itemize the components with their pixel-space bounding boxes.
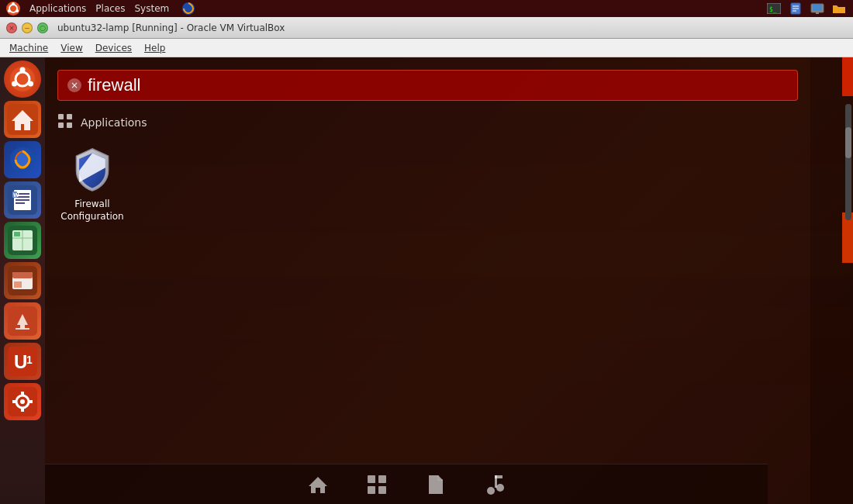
firewall-shield-icon (69, 146, 116, 192)
svg-marker-58 (309, 477, 327, 493)
section-label: Applications (81, 116, 147, 129)
launcher-settings-icon[interactable] (4, 383, 41, 420)
svg-rect-57 (67, 123, 72, 128)
svg-rect-36 (14, 232, 20, 236)
svg-rect-62 (378, 486, 386, 494)
svg-rect-52 (12, 400, 16, 403)
vbox-menubar: Machine View Devices Help (0, 39, 853, 57)
svg-rect-61 (368, 486, 375, 494)
vbox-title: ubuntu32-lamp [Running] - Oracle VM Virt… (57, 22, 285, 33)
svg-rect-14 (816, 12, 819, 14)
home-bottom-icon[interactable] (304, 471, 332, 499)
terminal-icon[interactable]: $_ (766, 2, 782, 15)
display-icon[interactable] (810, 2, 825, 15)
svg-rect-29 (16, 202, 25, 204)
launcher-impress-icon[interactable] (4, 262, 41, 299)
launcher-uone-icon[interactable]: U 1 (4, 343, 41, 380)
svg-rect-40 (14, 281, 22, 288)
app-results: Firewall Configuration (45, 138, 810, 229)
machine-menu[interactable]: Machine (3, 41, 54, 55)
system-bar: Applications Places System $_ (0, 0, 853, 17)
svg-point-63 (487, 487, 495, 495)
system-menu[interactable]: System (134, 3, 169, 14)
svg-point-18 (28, 81, 33, 87)
svg-rect-43 (16, 328, 29, 330)
firefox-icon (181, 2, 195, 16)
launcher-getdeb-icon[interactable] (4, 302, 41, 340)
launcher-ubuntu-icon[interactable] (4, 60, 41, 98)
svg-text:W: W (13, 192, 19, 198)
unity-launcher: W (0, 57, 45, 504)
files-bottom-icon[interactable] (422, 471, 450, 499)
svg-text:1: 1 (26, 354, 33, 366)
svg-point-17 (20, 67, 26, 73)
minimize-button[interactable]: − (22, 22, 33, 33)
svg-rect-51 (21, 408, 24, 412)
svg-rect-59 (368, 475, 375, 483)
launcher-calc-icon[interactable] (4, 222, 41, 259)
svg-point-2 (12, 2, 15, 5)
dash-bottom-bar (45, 464, 768, 504)
svg-rect-13 (813, 5, 822, 11)
vm-area: W (0, 57, 853, 504)
vbox-titlebar: × − ○ ubuntu32-lamp [Running] - Oracle V… (0, 17, 853, 39)
svg-rect-66 (495, 475, 502, 478)
svg-rect-53 (29, 400, 33, 403)
text-editor-icon[interactable] (788, 2, 803, 15)
svg-rect-54 (58, 114, 64, 119)
svg-rect-50 (21, 392, 24, 395)
svg-point-64 (496, 484, 504, 492)
svg-point-3 (16, 9, 19, 12)
svg-point-49 (20, 399, 25, 404)
launcher-home-icon[interactable] (4, 101, 41, 138)
right-panel (810, 57, 853, 504)
section-header: Applications (45, 110, 810, 138)
music-bottom-icon[interactable] (481, 471, 509, 499)
search-bar[interactable]: × (57, 70, 798, 101)
maximize-button[interactable]: ○ (37, 22, 48, 33)
view-menu[interactable]: View (54, 41, 88, 55)
launcher-firefox-icon[interactable] (4, 141, 41, 178)
scrollbar-thumb[interactable] (845, 127, 851, 158)
svg-text:$_: $_ (769, 6, 777, 13)
apps-grid-icon (57, 113, 73, 132)
launcher-writer-icon[interactable]: W (4, 181, 41, 219)
scrollbar-track (845, 104, 851, 220)
devices-menu[interactable]: Devices (89, 41, 138, 55)
svg-point-19 (12, 81, 17, 87)
svg-rect-39 (12, 272, 33, 278)
clear-icon: × (71, 80, 78, 91)
applications-menu[interactable]: Applications (29, 3, 86, 14)
firewall-icon-container (67, 144, 117, 194)
help-menu[interactable]: Help (138, 41, 171, 55)
search-clear-button[interactable]: × (67, 78, 81, 92)
apps-bottom-icon[interactable] (363, 471, 391, 499)
close-button[interactable]: × (6, 22, 17, 33)
search-input[interactable] (88, 75, 788, 95)
unity-dash: × Applications (45, 57, 810, 504)
svg-text:U: U (14, 351, 27, 372)
ubuntu-logo-icon (6, 2, 20, 16)
svg-rect-56 (58, 123, 64, 128)
svg-rect-55 (67, 114, 72, 119)
svg-rect-28 (16, 199, 29, 201)
svg-rect-42 (20, 325, 25, 328)
places-menu[interactable]: Places (95, 3, 125, 14)
accent-block-top (842, 57, 853, 96)
svg-point-4 (8, 9, 11, 12)
svg-rect-60 (378, 475, 386, 483)
firewall-config-app[interactable]: Firewall Configuration (57, 144, 127, 223)
firewall-app-label: Firewall Configuration (60, 198, 123, 223)
folder-icon[interactable] (831, 2, 847, 15)
main-content: × Applications (45, 57, 853, 504)
system-bar-right: $_ (766, 2, 847, 15)
